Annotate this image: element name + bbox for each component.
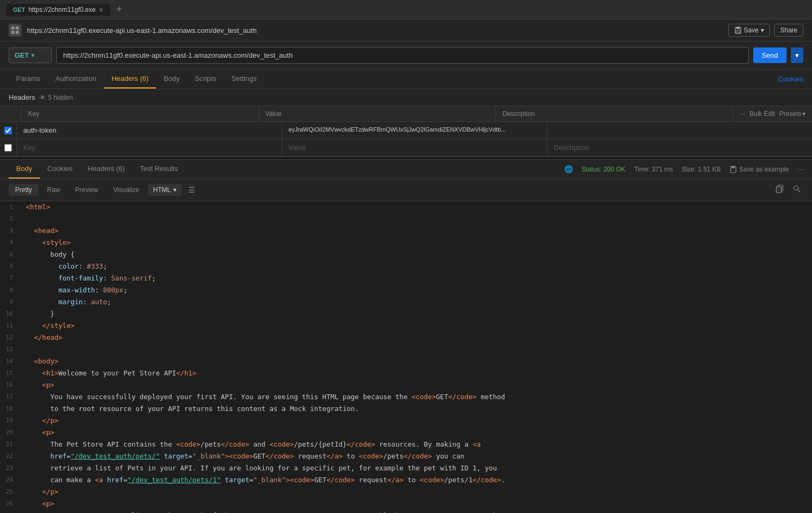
- code-line-10: 10 }: [0, 308, 812, 320]
- send-button[interactable]: Send: [753, 47, 787, 63]
- wrap-toggle-button[interactable]: ☰: [184, 183, 200, 196]
- send-label: Send: [762, 51, 778, 59]
- response-section: Body Cookies Headers (6) Test Results 🌐 …: [0, 160, 812, 513]
- tab-body[interactable]: Body: [156, 70, 187, 88]
- tab-params[interactable]: Params: [9, 70, 48, 88]
- format-tab-pretty[interactable]: Pretty: [9, 184, 38, 196]
- code-line-13: 13: [0, 344, 812, 355]
- save-example-button[interactable]: Save as example: [729, 166, 789, 173]
- row1-description[interactable]: [547, 122, 812, 139]
- cookies-link[interactable]: Cookies: [778, 70, 803, 88]
- method-dropdown[interactable]: GET ▾: [9, 47, 52, 63]
- svg-rect-3: [16, 31, 19, 34]
- save-label: Save: [744, 26, 759, 34]
- response-status-area: 🌐 Status: 200 OK Time: 371 ms Size: 1.51…: [556, 165, 803, 173]
- row2-value-placeholder[interactable]: Value: [282, 139, 548, 156]
- eye-icon: 👁: [39, 94, 46, 101]
- app-container: https://2chnm11gf0.execute-api.us-east-1…: [0, 19, 812, 513]
- send-dropdown-button[interactable]: ▾: [791, 47, 803, 63]
- code-line-6: 6 color: #333;: [0, 261, 812, 272]
- code-line-14: 14 <body>: [0, 355, 812, 367]
- code-line-2: 2: [0, 213, 812, 225]
- globe-icon: 🌐: [564, 165, 573, 173]
- save-button[interactable]: Save ▾: [728, 24, 770, 37]
- address-bar: https://2chnm11gf0.execute-api.us-east-1…: [0, 19, 812, 42]
- row1-value[interactable]: eyJraWQiOiI2MVwvckdETzdwRFBmQWUxSjJwQ2lG…: [282, 122, 548, 139]
- format-type-label: HTML: [153, 186, 171, 194]
- tab-scripts[interactable]: Scripts: [187, 70, 224, 88]
- save-example-label: Save as example: [739, 166, 789, 173]
- svg-line-13: [798, 190, 801, 193]
- th-actions: ··· Bulk Edit Presets ▾: [733, 106, 812, 121]
- response-tab-test-results[interactable]: Test Results: [132, 160, 186, 179]
- th-key: Key: [22, 106, 259, 121]
- presets-dropdown[interactable]: Presets ▾: [779, 110, 806, 118]
- url-input[interactable]: [56, 47, 749, 64]
- code-line-5: 5 body {: [0, 249, 812, 261]
- code-line-15: 15 <h1>Welcome to your Pet Store API</h1…: [0, 367, 812, 379]
- row2-key-placeholder[interactable]: Key: [17, 139, 282, 156]
- code-line-11: 11 </style>: [0, 320, 812, 332]
- code-line-22: 22 href="/dev_test_auth/pets/" target="_…: [0, 450, 812, 462]
- th-value: Value: [259, 106, 496, 121]
- code-line-26: 26 <p>: [0, 498, 812, 510]
- headers-section: Headers 👁 5 hidden Key Value Description…: [0, 89, 812, 156]
- response-tab-headers[interactable]: Headers (6): [80, 160, 133, 179]
- tab-title: https://2chnm11gf0.exe: [29, 6, 96, 13]
- share-label: Share: [780, 26, 797, 34]
- code-line-27: 27 You can use a REST client such as <a …: [0, 510, 812, 513]
- response-tab-body[interactable]: Body: [9, 160, 40, 179]
- tab-settings[interactable]: Settings: [224, 70, 264, 88]
- code-line-18: 18 to the root resource of your API retu…: [0, 403, 812, 415]
- code-line-25: 25 </p>: [0, 486, 812, 498]
- bulk-edit-button[interactable]: Bulk Edit: [749, 110, 775, 118]
- code-line-23: 23 retrieve a list of Pets in your API. …: [0, 462, 812, 474]
- row2-checkbox[interactable]: [4, 144, 12, 152]
- table-row-empty: Key Value Description: [0, 139, 812, 156]
- row1-checkbox[interactable]: [4, 127, 12, 134]
- code-line-19: 19 </p>: [0, 415, 812, 427]
- tab-headers[interactable]: Headers (6): [104, 70, 156, 88]
- tab-authorization[interactable]: Authorization: [48, 70, 104, 88]
- request-tabs: Params Authorization Headers (6) Body Sc…: [0, 70, 812, 89]
- row1-key[interactable]: auth-token: [17, 122, 282, 139]
- code-line-1: 1 <html>: [0, 201, 812, 213]
- format-tab-visualize[interactable]: Visualize: [107, 184, 146, 196]
- tab-method: GET: [13, 6, 25, 13]
- new-tab-button[interactable]: +: [114, 4, 125, 15]
- save-icon: [734, 26, 742, 34]
- code-line-12: 12 </head>: [0, 332, 812, 344]
- headers-table: Key Value Description ··· Bulk Edit Pres…: [0, 106, 812, 156]
- svg-rect-11: [776, 187, 781, 193]
- tab-close-icon[interactable]: ×: [99, 6, 103, 13]
- copy-button[interactable]: [773, 182, 786, 197]
- search-button[interactable]: [790, 182, 803, 197]
- active-tab[interactable]: GET https://2chnm11gf0.exe ×: [6, 4, 110, 16]
- response-tab-cookies[interactable]: Cookies: [40, 160, 80, 179]
- svg-rect-1: [16, 26, 19, 30]
- hidden-badge: 👁 5 hidden: [39, 94, 73, 101]
- row1-checkbox-cell: [0, 122, 17, 139]
- more-actions-icon[interactable]: ···: [740, 110, 745, 118]
- format-tab-raw[interactable]: Raw: [40, 184, 66, 196]
- wrap-icon: ☰: [188, 186, 195, 194]
- code-area[interactable]: 1 <html> 2 3 <head> 4 <style> 5 body {: [0, 201, 812, 513]
- save-caret[interactable]: ▾: [761, 26, 764, 34]
- row2-desc-placeholder[interactable]: Description: [547, 139, 812, 156]
- address-actions: Save ▾ Share: [728, 24, 803, 37]
- response-more-button[interactable]: ···: [797, 165, 803, 173]
- table-row: auth-token eyJraWQiOiI2MVwvckdETzdwRFBmQ…: [0, 121, 812, 139]
- svg-rect-6: [736, 31, 740, 33]
- row2-checkbox-cell: [0, 139, 17, 156]
- code-line-24: 24 can make a <a href="/dev_test_auth/pe…: [0, 474, 812, 486]
- search-icon: [793, 184, 801, 193]
- format-tab-preview[interactable]: Preview: [69, 184, 105, 196]
- format-type-dropdown[interactable]: HTML ▾: [148, 184, 182, 196]
- svg-rect-0: [11, 26, 15, 30]
- headers-title: Headers: [9, 93, 35, 101]
- method-label: GET: [15, 51, 29, 59]
- copy-icon: [775, 184, 784, 193]
- address-url: https://2chnm11gf0.execute-api.us-east-1…: [27, 26, 257, 35]
- svg-rect-5: [736, 27, 740, 29]
- share-button[interactable]: Share: [774, 24, 803, 37]
